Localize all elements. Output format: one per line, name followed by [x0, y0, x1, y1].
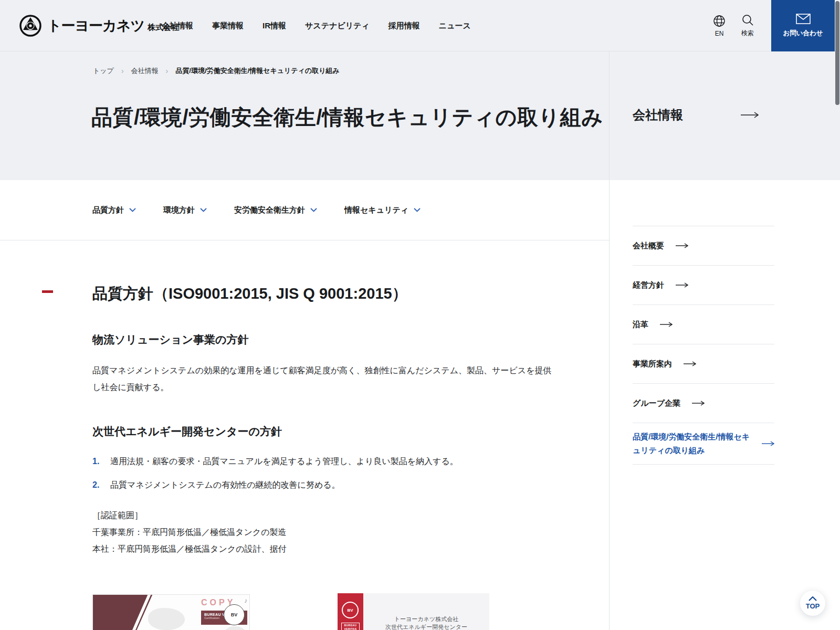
tab-safety-policy[interactable]: 安労働安全衛生方針 [234, 205, 317, 215]
search-icon [741, 14, 754, 26]
company-logo-icon [19, 14, 42, 37]
sidebar-item-label: 品質/環境/労働安全衛生/情報セキュリティの取り組み [633, 430, 757, 457]
scope-line: 千葉事業所：平底円筒形低温／極低温タンクの製造 [92, 524, 287, 541]
sidebar-title-link[interactable]: 会社情報 [633, 107, 759, 123]
page-title: 品質/環境/労働安全衛生/情報セキュリティの取り組み [91, 103, 603, 132]
sidebar-menu: 会社概要 経営方針 沿革 事業所案内 グループ企業 品質/環境/労働安全衛生/情… [633, 226, 774, 465]
site-header: トーヨーカネツ 株式会社 会社情報 事業情報 IR情報 サステナビリティ 採用情… [0, 0, 840, 51]
breadcrumb-company[interactable]: 会社情報 [131, 66, 159, 76]
logo-text: トーヨーカネツ [47, 16, 144, 35]
section-marker [42, 290, 53, 293]
language-label: EN [715, 30, 724, 37]
arrow-right-icon [684, 361, 696, 366]
section-title: 品質方針（ISO9001:2015, JIS Q 9001:2015） [92, 284, 407, 304]
nav-item-business[interactable]: 事業情報 [212, 21, 244, 31]
scrollbar-thumb[interactable] [835, 1, 839, 105]
sidebar-item-label: 経営方針 [633, 280, 664, 290]
scrollbar[interactable] [835, 0, 840, 630]
scope-label: ［認証範囲］ [92, 507, 287, 524]
nav-item-recruit[interactable]: 採用情報 [388, 21, 420, 31]
list-number: 1. [92, 453, 102, 470]
main-nav: 会社情報 事業情報 IR情報 サステナビリティ 採用情報 ニュース [162, 0, 471, 51]
certificate-corner-mark: ♪ [244, 597, 247, 604]
sidebar-item-label: 会社概要 [633, 241, 664, 251]
arrow-right-icon [660, 322, 673, 327]
globe-icon [713, 15, 726, 27]
back-to-top-button[interactable]: TOP [800, 591, 825, 616]
search-button[interactable]: 検索 [737, 0, 758, 51]
subsection-title-energy: 次世代エネルギー開発センターの方針 [92, 424, 282, 439]
arrow-right-icon [692, 401, 705, 406]
certificate-image-energy-center: BV BUREAU VERITAS トーヨーカネツ株式会社 次世代エネルギー開発… [338, 593, 489, 630]
tab-label: 環境方針 [163, 205, 195, 215]
nav-item-company[interactable]: 会社情報 [162, 21, 193, 31]
certificate-map-decoration [224, 626, 247, 630]
sidebar-item-label: グループ企業 [633, 398, 680, 408]
certificate-map-decoration [148, 608, 185, 630]
back-to-top-label: TOP [806, 602, 820, 610]
sidebar-title: 会社情報 [633, 107, 683, 123]
certificate-center-line: 次世代エネルギー開発センター [363, 623, 489, 630]
arrow-right-icon [741, 112, 759, 118]
nav-item-sustainability[interactable]: サステナビリティ [305, 21, 370, 31]
breadcrumb-current: 品質/環境/労働安全衛生/情報セキュリティの取り組み [175, 66, 340, 76]
chevron-up-icon [808, 596, 817, 601]
breadcrumb: トップ › 会社情報 › 品質/環境/労働安全衛生/情報セキュリティの取り組み [93, 66, 340, 76]
sidebar-item-company-overview[interactable]: 会社概要 [633, 226, 774, 265]
certificate-body-text: トーヨーカネツ株式会社 次世代エネルギー開発センター [363, 615, 489, 630]
breadcrumb-home[interactable]: トップ [93, 66, 114, 76]
chevron-down-icon [414, 208, 421, 212]
sidebar-item-group-companies[interactable]: グループ企業 [633, 383, 774, 423]
sidebar-item-label: 沿革 [633, 320, 648, 330]
sidebar-item-history[interactable]: 沿革 [633, 304, 774, 344]
certificate-seal-icon: BV [342, 602, 359, 618]
sidebar-item-quality-initiatives[interactable]: 品質/環境/労働安全衛生/情報セキュリティの取り組み [633, 423, 774, 465]
sidebar-item-label: 事業所案内 [633, 359, 672, 369]
nav-item-news[interactable]: ニュース [439, 21, 471, 31]
contact-button[interactable]: お問い合わせ [771, 0, 835, 51]
arrow-right-icon [676, 243, 688, 248]
policy-anchor-tabs: 品質方針 環境方針 安労働安全衛生方針 情報セキュリティ [0, 180, 609, 240]
chevron-down-icon [310, 208, 317, 212]
logo-link[interactable]: トーヨーカネツ 株式会社 [19, 14, 179, 37]
chevron-down-icon [129, 208, 136, 212]
list-item: 2. 品質マネジメントシステムの有効性の継続的改善に努める。 [92, 477, 565, 494]
content-sidebar-divider [609, 51, 610, 630]
list-text: 適用法規・顧客の要求・品質マニュアルを満足するよう管理し、より良い製品を納入する… [110, 453, 458, 470]
breadcrumb-separator: › [121, 67, 124, 75]
language-switch[interactable]: EN [709, 0, 730, 51]
tab-label: 情報セキュリティ [344, 205, 408, 215]
tab-environment-policy[interactable]: 環境方針 [163, 205, 207, 215]
breadcrumb-separator: › [166, 67, 169, 75]
tab-label: 安労働安全衛生方針 [234, 205, 305, 215]
mail-icon [796, 14, 811, 24]
search-label: 検索 [741, 29, 754, 38]
nav-item-ir[interactable]: IR情報 [262, 21, 286, 31]
bureau-veritas-label: BUREAU VERITAS [341, 623, 360, 630]
arrow-right-icon [676, 282, 688, 288]
list-text: 品質マネジメントシステムの有効性の継続的改善に努める。 [110, 477, 340, 494]
policy-numbered-list: 1. 適用法規・顧客の要求・品質マニュアルを満足するよう管理し、より良い製品を納… [92, 453, 565, 500]
certificate-company-line: トーヨーカネツ株式会社 [363, 615, 489, 623]
sidebar-item-management-policy[interactable]: 経営方針 [633, 265, 774, 304]
subsection-title-logistics: 物流ソリューション事業の方針 [92, 332, 248, 347]
tab-quality-policy[interactable]: 品質方針 [92, 205, 136, 215]
arrow-right-icon [762, 441, 774, 446]
certificate-seal-icon: BV [224, 604, 245, 625]
tab-label: 品質方針 [92, 205, 124, 215]
certificate-image-iso9001: COPY BUREAU VERITAS Certification BV ♪ [92, 594, 250, 630]
sidebar-item-offices[interactable]: 事業所案内 [633, 344, 774, 383]
certification-scope: ［認証範囲］ 千葉事業所：平底円筒形低温／極低温タンクの製造 本社：平底円筒形低… [92, 507, 287, 558]
scope-line: 本社：平底円筒形低温／極低温タンクの設計、据付 [92, 541, 287, 558]
contact-label: お問い合わせ [783, 29, 823, 38]
list-item: 1. 適用法規・顧客の要求・品質マニュアルを満足するよう管理し、より良い製品を納… [92, 453, 565, 470]
list-number: 2. [92, 477, 102, 494]
body-paragraph: 品質マネジメントシステムの効果的な運用を通じて顧客満足度が高く、独創性に富んだシ… [92, 362, 558, 396]
chevron-down-icon [200, 208, 207, 212]
tab-information-security[interactable]: 情報セキュリティ [344, 205, 421, 215]
